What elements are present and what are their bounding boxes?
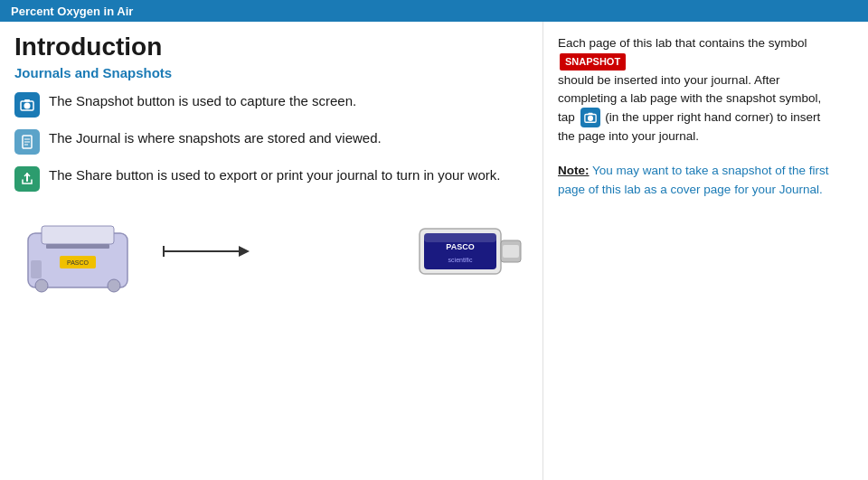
list-item: The Snapshot button is used to capture t…: [14, 91, 528, 118]
arrow-container: [159, 238, 383, 265]
snapshot-icon: [14, 92, 40, 118]
right-top-section: Each page of this lab that contains the …: [558, 34, 835, 146]
svg-text:scientific: scientific: [448, 257, 473, 263]
svg-text:PASCO: PASCO: [67, 259, 90, 266]
svg-rect-11: [46, 244, 109, 249]
usb-illustration: PASCO scientific: [401, 215, 528, 287]
svg-marker-16: [239, 246, 250, 257]
section-subtitle: Journals and Snapshots: [14, 65, 528, 80]
svg-rect-14: [31, 260, 42, 278]
svg-rect-27: [588, 113, 592, 115]
svg-rect-20: [503, 245, 519, 258]
right-bottom-section: Note: You may want to take a snapshot of…: [558, 162, 835, 199]
top-bar-title: Percent Oxygen in Air: [11, 5, 133, 18]
top-bar: Percent Oxygen in Air: [0, 0, 868, 22]
list-items: The Snapshot button is used to capture t…: [14, 91, 528, 192]
svg-rect-8: [42, 226, 114, 244]
list-item: The Journal is where snapshots are store…: [14, 128, 528, 155]
svg-rect-2: [24, 99, 30, 102]
page-title: Introduction: [14, 33, 528, 61]
list-item: The Share button is used to export or pr…: [14, 165, 528, 192]
svg-point-12: [35, 279, 48, 292]
svg-point-0: [24, 103, 31, 109]
note-text: You may want to take a snapshot of the f…: [558, 164, 828, 195]
snapshot-badge: SNAPSHOT: [560, 53, 626, 71]
svg-point-25: [587, 116, 592, 121]
printer-illustration: PASCO: [14, 206, 141, 296]
image-row: PASCO: [14, 206, 528, 296]
main-content: Introduction Journals and Snapshots The …: [0, 22, 868, 480]
list-item-text: The Share button is used to export or pr…: [49, 165, 500, 185]
list-item-text: The Snapshot button is used to capture t…: [49, 91, 356, 111]
note-paragraph: Note: You may want to take a snapshot of…: [558, 162, 835, 199]
note-label: Note:: [558, 164, 590, 177]
right-panel: Each page of this lab that contains the …: [542, 22, 850, 480]
right-top-text: Each page of this lab that contains the …: [558, 34, 835, 146]
journal-icon: [14, 129, 40, 155]
right-text-1: Each page of this lab that contains the …: [558, 36, 807, 50]
list-item-text: The Journal is where snapshots are store…: [49, 128, 382, 148]
share-icon: [14, 166, 40, 192]
inline-snapshot-icon: [580, 108, 600, 127]
svg-text:PASCO: PASCO: [446, 242, 474, 251]
svg-point-13: [108, 279, 120, 292]
svg-rect-24: [424, 233, 496, 242]
left-panel: Introduction Journals and Snapshots The …: [0, 22, 542, 480]
